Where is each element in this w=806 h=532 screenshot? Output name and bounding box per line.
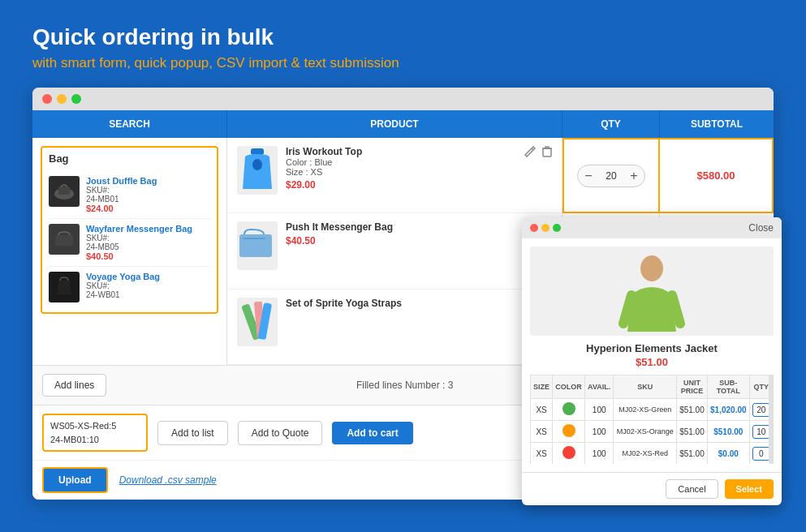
download-link[interactable]: Download .csv sample (119, 474, 217, 486)
popup-qty-input[interactable]: 10 (752, 425, 770, 439)
popup-th-color: COLOR (553, 375, 585, 399)
hero-title: Quick ordering in bulk (32, 24, 774, 50)
popup-cell-avail: 100 (584, 421, 613, 443)
popup-cell-unit-price: $51.00 (677, 399, 708, 421)
popup-cell-subtotal: $0.00 (707, 443, 749, 465)
search-item-price: $40.50 (86, 251, 210, 261)
popup-dot-red (530, 224, 538, 232)
dot-green[interactable] (71, 94, 81, 104)
search-item-info: Wayfarer Messenger Bag SKU#: 24-MB05 $40… (86, 224, 210, 261)
popup-product-image (530, 247, 774, 336)
add-lines-button[interactable]: Add lines (42, 374, 106, 397)
search-item-sku: SKU#: 24-MB05 (86, 234, 210, 251)
search-item-sku: SKU#: 24-MB01 (86, 186, 210, 204)
popup-cell-sku: MJ02-XS-Orange (614, 421, 677, 443)
search-item[interactable]: Wayfarer Messenger Bag SKU#: 24-MB05 $40… (49, 219, 210, 267)
color-swatch (562, 424, 575, 437)
product-name-2: Push It Messenger Bag (286, 221, 534, 233)
popup-th-sku: SKU (614, 375, 677, 399)
popup-table-row: XS 100 MJ02-XS-Red $51.00 $0.00 0 (531, 443, 774, 465)
popup-table-container: SIZE COLOR AVAIL. SKU UNITPRICE SUB-TOTA… (530, 375, 774, 464)
search-item-image (49, 176, 80, 207)
popup-cell-color (553, 443, 585, 465)
search-item-name: Voyage Yoga Bag (86, 272, 210, 281)
popup-cell-subtotal: $1,020.00 (707, 399, 749, 421)
hero-section: Quick ordering in bulk with smart form, … (32, 24, 774, 71)
qty-value-1: 20 (599, 170, 623, 182)
header-search: SEARCH (32, 110, 227, 138)
product-name-3: Set of Sprite Yoga Straps (286, 298, 516, 309)
qty-control-1[interactable]: − 20 + (577, 165, 645, 187)
product-name-1: Iris Workout Top (286, 146, 516, 157)
qty-increase-1[interactable]: + (623, 165, 644, 187)
popup-window: Close Hyperion Elements Jacket $51.00 (522, 217, 782, 505)
product-image-3 (237, 298, 278, 346)
popup-cell-unit-price: $51.00 (677, 443, 708, 465)
search-item-name: Wayfarer Messenger Bag (86, 224, 210, 234)
popup-table: SIZE COLOR AVAIL. SKU UNITPRICE SUB-TOTA… (530, 375, 774, 464)
search-box[interactable]: Bag Joust Duffle Bag SKU#: 24-MB01 (41, 146, 218, 314)
popup-cell-subtotal: $510.00 (707, 421, 749, 443)
product-row-2: Push It Messenger Bag $40.50 (227, 213, 562, 289)
color-swatch (562, 446, 575, 459)
search-item-info: Joust Duffle Bag SKU#: 24-MB01 $24.00 (86, 176, 210, 213)
popup-th-size: SIZE (531, 375, 553, 399)
popup-product-name: Hyperion Elements Jacket (530, 342, 774, 354)
add-to-quote-button[interactable]: Add to Quote (238, 421, 323, 445)
popup-cell-sku: MJ02-XS-Red (614, 443, 677, 465)
dot-yellow[interactable] (57, 94, 67, 104)
product-image-2 (237, 221, 278, 270)
popup-footer: Cancel Select (522, 472, 782, 505)
popup-dot-yellow (541, 224, 550, 232)
svg-rect-5 (543, 148, 551, 157)
svg-rect-7 (243, 238, 265, 239)
delete-icon[interactable] (542, 146, 552, 157)
product-details-2: Push It Messenger Bag $40.50 (286, 221, 534, 247)
product-price-1: $29.00 (286, 179, 516, 191)
add-to-cart-button[interactable]: Add to cart (332, 422, 412, 444)
svg-rect-1 (58, 187, 70, 195)
product-row-1: Iris Workout Top Color : Blue Size : XS … (227, 138, 562, 213)
popup-cancel-button[interactable]: Cancel (666, 479, 718, 499)
popup-qty-input[interactable]: 0 (752, 447, 770, 461)
add-to-list-button[interactable]: Add to list (157, 421, 228, 445)
search-item-name: Joust Duffle Bag (86, 176, 210, 186)
window-titlebar (32, 88, 774, 110)
product-actions-1 (524, 146, 552, 157)
search-item-sku: SKU#: 24-WB01 (86, 281, 210, 299)
popup-close-button[interactable]: Close (748, 222, 774, 234)
product-price-2: $40.50 (286, 235, 534, 247)
product-details-1: Iris Workout Top Color : Blue Size : XS … (286, 146, 516, 191)
upload-button[interactable]: Upload (42, 467, 108, 493)
subtotal-value-1: $580.00 (697, 169, 735, 182)
color-swatch (562, 402, 575, 415)
popup-qty-input[interactable]: 20 (752, 403, 770, 417)
popup-scrollbar[interactable] (769, 375, 774, 464)
popup-cell-size: XS (531, 421, 553, 443)
popup-body: Hyperion Elements Jacket $51.00 SIZE COL… (522, 238, 782, 472)
qty-decrease-1[interactable]: − (578, 165, 599, 187)
header-product: PRODUCT (227, 110, 562, 138)
popup-th-subtotal: SUB-TOTAL (707, 375, 749, 399)
search-column: Bag Joust Duffle Bag SKU#: 24-MB01 (32, 138, 227, 365)
header-subtotal: SUBTOTAL (660, 110, 774, 138)
header-qty: QTY (562, 110, 660, 138)
dot-red[interactable] (42, 94, 52, 104)
popup-cell-sku: MJ02-XS-Green (614, 399, 677, 421)
popup-cell-avail: 100 (584, 443, 613, 465)
search-item[interactable]: Joust Duffle Bag SKU#: 24-MB01 $24.00 (49, 171, 210, 219)
table-header: SEARCH PRODUCT QTY SUBTOTAL (32, 110, 774, 138)
popup-cell-size: XS (531, 399, 553, 421)
product-color-1: Color : Blue (286, 157, 516, 167)
popup-select-button[interactable]: Select (725, 479, 774, 499)
popup-th-avail: AVAIL. (584, 375, 613, 399)
text-submission-input[interactable]: WS05-XS-Red:5 24-MB01:10 (42, 414, 148, 452)
popup-cell-color (553, 399, 585, 421)
product-row-3: Set of Sprite Yoga Straps (227, 290, 562, 365)
search-item[interactable]: Voyage Yoga Bag SKU#: 24-WB01 (49, 267, 210, 307)
edit-icon[interactable] (524, 146, 536, 157)
popup-table-row: XS 100 MJ02-XS-Orange $51.00 $510.00 10 (531, 421, 774, 443)
filled-lines-info: Filled lines Number : 3 (356, 380, 453, 391)
svg-rect-3 (251, 148, 264, 155)
svg-point-13 (640, 255, 663, 281)
